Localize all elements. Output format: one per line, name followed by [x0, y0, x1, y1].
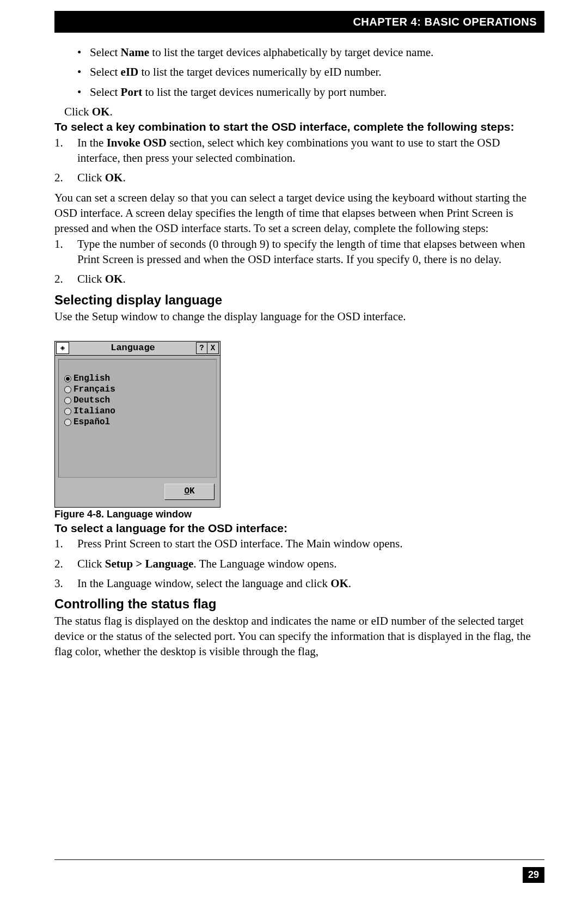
sort-bullets: Select Name to list the target devices a…: [54, 45, 544, 100]
text: .: [109, 105, 112, 118]
bold-setup-language: Setup > Language: [105, 557, 194, 570]
text: .: [348, 577, 351, 590]
lang-step-2: Click Setup > Language. The Language win…: [54, 556, 544, 571]
text: .: [122, 272, 125, 285]
radio-icon: [64, 375, 71, 382]
ok-button[interactable]: OK: [164, 484, 215, 500]
radio-icon: [64, 408, 71, 415]
lang-proc-steps: Press Print Screen to start the OSD inte…: [54, 536, 544, 591]
radio-label: Español: [74, 417, 110, 429]
bold-invoke-osd: Invoke OSD: [107, 136, 167, 149]
radio-label: English: [74, 373, 110, 385]
radio-italiano[interactable]: Italiano: [64, 406, 211, 417]
chapter-title: CHAPTER 4: BASIC OPERATIONS: [353, 16, 537, 28]
page-number: 29: [523, 867, 544, 883]
text: Select: [90, 46, 121, 59]
bold-ok: OK: [105, 171, 123, 184]
text: Select: [90, 86, 121, 99]
click-ok-line: Click OK.: [54, 104, 544, 119]
lang-proc-heading: To select a language for the OSD interfa…: [54, 521, 544, 536]
radio-espanol[interactable]: Español: [64, 417, 211, 428]
delay-steps: Type the number of seconds (0 through 9)…: [54, 236, 544, 287]
text: to list the target devices alphabeticall…: [149, 46, 433, 59]
delay-step-1: Type the number of seconds (0 through 9)…: [54, 236, 544, 267]
text: Click: [77, 171, 105, 184]
radio-label: Français: [74, 384, 115, 396]
text: Select: [90, 65, 121, 78]
close-button[interactable]: X: [207, 342, 219, 354]
bold-ok: OK: [105, 272, 123, 285]
status-flag-body: The status flag is displayed on the desk…: [54, 613, 544, 660]
radio-english[interactable]: English: [64, 374, 211, 385]
bullet-name: Select Name to list the target devices a…: [54, 45, 544, 60]
bold-eid: eID: [121, 65, 139, 78]
osd-key-steps: In the Invoke OSD section, select which …: [54, 135, 544, 186]
bold-port: Port: [121, 86, 143, 99]
chapter-header: CHAPTER 4: BASIC OPERATIONS: [54, 11, 544, 33]
bold-ok: OK: [92, 105, 110, 118]
text: In the Language window, select the langu…: [77, 577, 330, 590]
language-window: ◈ Language ? X English Français: [54, 341, 220, 508]
section-selecting-display-language: Selecting display language: [54, 291, 544, 309]
radio-icon: [64, 419, 71, 426]
text: . The Language window opens.: [193, 557, 336, 570]
osd-step-1: In the Invoke OSD section, select which …: [54, 135, 544, 166]
section-controlling-status-flag: Controlling the status flag: [54, 595, 544, 613]
footer-rule: [54, 859, 544, 860]
text: to list the target devices numerically b…: [142, 86, 387, 99]
figure-caption: Figure 4-8. Language window: [54, 508, 544, 521]
language-options-panel: English Français Deutsch Italiano: [58, 359, 217, 478]
text: Click: [64, 105, 92, 118]
text: In the: [77, 136, 107, 149]
text: .: [122, 171, 125, 184]
lang-step-3: In the Language window, select the langu…: [54, 576, 544, 591]
bold-ok: OK: [330, 577, 348, 590]
language-window-title: Language: [69, 342, 197, 355]
radio-label: Italiano: [74, 406, 115, 418]
delay-intro: You can set a screen delay so that you c…: [54, 190, 544, 236]
lang-intro: Use the Setup window to change the displ…: [54, 309, 544, 324]
language-titlebar: ◈ Language ? X: [55, 341, 220, 356]
bullet-eid: Select eID to list the target devices nu…: [54, 64, 544, 80]
text: to list the target devices numerically b…: [138, 65, 381, 78]
radio-label: Deutsch: [74, 395, 110, 407]
delay-step-2: Click OK.: [54, 271, 544, 286]
radio-icon: [64, 386, 71, 393]
lang-step-1: Press Print Screen to start the OSD inte…: [54, 536, 544, 551]
system-menu-icon[interactable]: ◈: [56, 342, 69, 354]
osd-key-heading: To select a key combination to start the…: [54, 119, 544, 135]
radio-deutsch[interactable]: Deutsch: [64, 395, 211, 406]
radio-icon: [64, 397, 71, 404]
osd-step-2: Click OK.: [54, 170, 544, 185]
bold-name: Name: [121, 46, 149, 59]
help-button[interactable]: ?: [196, 342, 208, 354]
bullet-port: Select Port to list the target devices n…: [54, 84, 544, 100]
text: Click: [77, 272, 105, 285]
radio-francais[interactable]: Français: [64, 385, 211, 395]
text: Click: [77, 557, 105, 570]
